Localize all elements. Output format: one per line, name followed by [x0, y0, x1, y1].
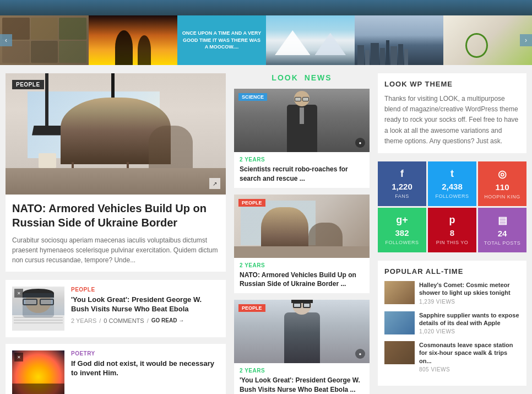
carousel-item[interactable] — [89, 15, 177, 65]
popular-widget: POPULAR ALL-TIME Halley's Comet: Cosmic … — [378, 261, 526, 386]
featured-content: NATO: Armored Vehicles Build Up on Russi… — [6, 195, 226, 272]
twitter-count: 2,438 — [442, 182, 463, 191]
carousel-item[interactable] — [266, 15, 355, 65]
social-docs-item[interactable]: ▤ 24 TOTAL POSTS — [478, 208, 526, 252]
section-header: LOOK NEWS — [234, 73, 370, 82]
twitter-icon: t — [450, 168, 454, 180]
mid-article-image[interactable]: PEOPLE — [234, 195, 370, 258]
popular-thumbnail[interactable] — [384, 281, 415, 304]
mid-article-tag: PEOPLE — [238, 304, 265, 312]
article-item: ✕ POETRY If God did not exist, it would … — [6, 344, 226, 394]
article-tag: POETRY — [71, 350, 219, 357]
popular-thumbnail[interactable] — [384, 311, 415, 334]
social-pinterest-item[interactable]: p 8 PIN THIS YO — [428, 208, 476, 252]
popular-title[interactable]: Cosmonauts leave space station for six-h… — [419, 341, 520, 365]
about-widget-title: LOOK WP THEME — [384, 80, 520, 88]
popular-meta: Cosmonauts leave space station for six-h… — [419, 341, 520, 373]
popular-views: 805 VIEWS — [419, 366, 520, 373]
gplus-count: 382 — [395, 228, 409, 238]
carousel-item[interactable] — [355, 15, 443, 65]
go-read-link[interactable]: GO READ → — [151, 317, 184, 323]
social-gplus-item[interactable]: g+ 382 FOLLOWERS — [378, 208, 426, 252]
popular-thumbnail[interactable] — [384, 341, 415, 364]
pinterest-icon: p — [449, 214, 455, 226]
carousel-text: ONCE UPON A TIME AND A VERY GOOD TIME IT… — [182, 30, 262, 51]
facebook-label: FANS — [395, 193, 409, 199]
main-container: PEOPLE ↗ NATO: Armored Vehicles Build Up… — [0, 65, 532, 394]
middle-column: LOOK NEWS — [234, 73, 370, 394]
mid-article-title[interactable]: 'You Look Great': President George W. Bu… — [240, 376, 364, 394]
article-thumbnail[interactable]: ✕ — [12, 350, 64, 394]
separator: / — [99, 317, 101, 324]
carousel-item-bg — [266, 15, 355, 65]
facebook-count: 1,220 — [392, 182, 412, 191]
carousel-item[interactable] — [0, 15, 89, 65]
featured-tag: PEOPLE — [12, 80, 44, 89]
mid-article-date: 2 YEARS — [240, 262, 364, 268]
basketball-label: HOOPIN KING — [484, 194, 520, 199]
gplus-label: FOLLOWERS — [385, 240, 419, 245]
pinterest-count: 8 — [450, 228, 454, 238]
mid-article-image[interactable]: SCIENCE ● — [234, 89, 370, 152]
mid-article-content: 2 YEARS Scientists recruit robo-roaches … — [234, 152, 370, 188]
mid-article-image[interactable]: PEOPLE ● — [234, 300, 370, 363]
mid-article-title[interactable]: NATO: Armored Vehicles Build Up on Russi… — [240, 271, 364, 289]
social-twitter-item[interactable]: t 2,438 FOLLOWERS — [428, 161, 476, 206]
article-title[interactable]: If God did not exist, it would be necess… — [71, 359, 219, 378]
mid-article-tag: PEOPLE — [238, 199, 265, 207]
popular-meta: Sapphire supplier wants to expose detail… — [419, 311, 520, 335]
featured-expand-icon[interactable]: ↗ — [209, 178, 220, 189]
thumb-icon: ✕ — [14, 289, 23, 298]
section-highlight: NEWS — [305, 73, 332, 82]
mid-article: PEOPLE ● 2 YEARS 'You Look Great': Presi… — [234, 300, 370, 394]
comments-link[interactable]: 0 COMMENTS — [104, 317, 144, 324]
carousel-inner: ONCE UPON A TIME AND A VERY GOOD TIME IT… — [0, 15, 532, 65]
article-title[interactable]: 'You Look Great': President George W. Bu… — [71, 295, 219, 314]
social-grid: f 1,220 FANS t 2,438 FOLLOWERS ◎ 110 HOO… — [378, 161, 526, 252]
popular-views: 1,239 VIEWS — [419, 299, 520, 305]
popular-item: Cosmonauts leave space station for six-h… — [384, 341, 520, 373]
carousel-next-button[interactable]: › — [520, 34, 532, 46]
featured-article: PEOPLE ↗ NATO: Armored Vehicles Build Up… — [6, 73, 226, 272]
about-widget-text: Thanks for visiting LOOK, a multipurpose… — [384, 94, 520, 147]
carousel-item[interactable]: ONCE UPON A TIME AND A VERY GOOD TIME IT… — [177, 15, 266, 65]
popular-widget-title: POPULAR ALL-TIME — [384, 267, 520, 276]
mid-article-content: 2 YEARS 'You Look Great': President Geor… — [234, 363, 370, 394]
gplus-icon: g+ — [396, 214, 408, 226]
left-column: PEOPLE ↗ NATO: Armored Vehicles Build Up… — [6, 73, 226, 394]
mid-article-icon: ● — [355, 138, 365, 148]
article-date: 2 YEARS — [71, 317, 96, 324]
docs-label: TOTAL POSTS — [484, 240, 520, 246]
carousel-item[interactable] — [443, 15, 532, 65]
popular-item: Sapphire supplier wants to expose detail… — [384, 311, 520, 335]
right-sidebar: LOOK WP THEME Thanks for visiting LOOK, … — [378, 73, 526, 394]
carousel-item-bg — [0, 15, 89, 65]
top-banner-image — [0, 0, 532, 15]
section-title: LOOK — [272, 73, 298, 82]
popular-title[interactable]: Halley's Comet: Cosmic meteor shower to … — [419, 281, 520, 297]
featured-title[interactable]: NATO: Armored Vehicles Build Up on Russi… — [12, 201, 219, 230]
article-item: ✕ PEOPLE 'You Look Great': President Geo… — [6, 280, 226, 337]
social-basketball-item[interactable]: ◎ 110 HOOPIN KING — [478, 161, 526, 206]
mid-article-title[interactable]: Scientists recruit robo-roaches for sear… — [240, 165, 364, 183]
carousel-item-bg — [355, 15, 443, 65]
social-facebook-item[interactable]: f 1,220 FANS — [378, 161, 426, 206]
article-meta: PEOPLE 'You Look Great': President Georg… — [71, 287, 219, 324]
featured-image[interactable]: PEOPLE ↗ — [6, 73, 226, 195]
article-footer: 2 YEARS / 0 COMMENTS / GO READ → — [71, 317, 219, 324]
mid-article-date: 2 YEARS — [240, 156, 364, 163]
popular-item: Halley's Comet: Cosmic meteor shower to … — [384, 281, 520, 305]
carousel-item-bg: ONCE UPON A TIME AND A VERY GOOD TIME IT… — [177, 15, 266, 65]
lamp1 — [45, 73, 48, 128]
basketball-count: 110 — [495, 182, 509, 192]
carousel: ‹ — [0, 15, 532, 65]
mid-article: PEOPLE 2 YEARS NATO: Armored Vehicles Bu… — [234, 195, 370, 294]
separator2: / — [147, 317, 149, 324]
article-thumbnail[interactable]: ✕ — [12, 287, 64, 331]
article-meta: POETRY If God did not exist, it would be… — [71, 350, 219, 381]
popular-title[interactable]: Sapphire supplier wants to expose detail… — [419, 311, 520, 327]
mid-article-content: 2 YEARS NATO: Armored Vehicles Build Up … — [234, 258, 370, 294]
carousel-prev-button[interactable]: ‹ — [0, 34, 12, 46]
mid-article-date: 2 YEARS — [240, 368, 364, 374]
featured-image-bg — [6, 73, 226, 195]
